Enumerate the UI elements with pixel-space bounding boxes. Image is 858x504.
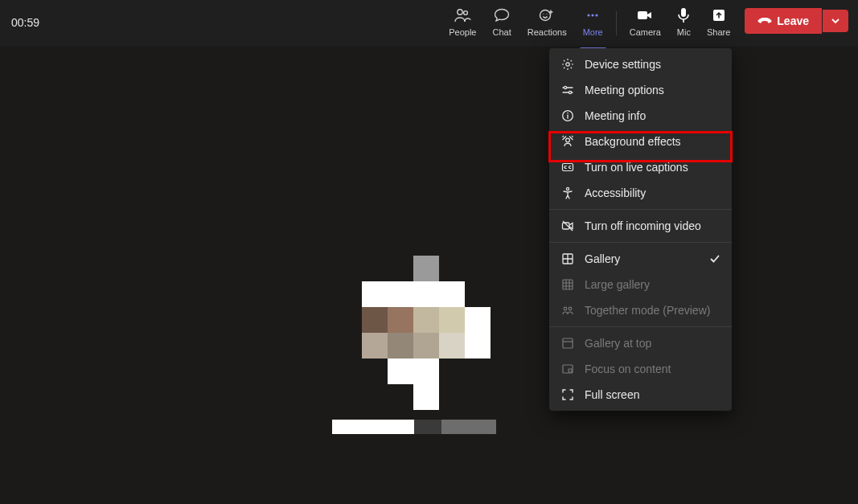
share-label: Share (707, 27, 730, 37)
chevron-down-icon (831, 16, 840, 26)
menu-label: Large gallery (585, 278, 650, 291)
check-icon (709, 253, 720, 264)
svg-rect-9 (681, 8, 686, 17)
svg-point-19 (566, 187, 569, 190)
svg-point-16 (567, 113, 569, 114)
menu-focus-on-content: Focus on content (549, 356, 732, 382)
svg-point-0 (458, 10, 462, 14)
svg-point-12 (566, 63, 569, 66)
share-icon (712, 6, 726, 24)
focus-content-icon (560, 363, 575, 375)
together-mode-icon (560, 304, 575, 317)
sliders-icon (560, 84, 575, 96)
svg-point-3 (544, 14, 544, 14)
gear-icon (560, 58, 575, 71)
people-button[interactable]: People (441, 0, 484, 48)
people-label: People (449, 27, 476, 37)
leave-group: Leave (745, 8, 848, 34)
svg-point-13 (564, 86, 566, 88)
more-button[interactable]: More (575, 0, 611, 48)
svg-point-1 (464, 11, 468, 15)
svg-rect-8 (638, 11, 647, 19)
participant-name-placeholder (332, 420, 496, 434)
menu-label: Gallery at top (585, 337, 651, 350)
gallery-top-icon (560, 337, 575, 350)
svg-point-4 (547, 14, 548, 14)
menu-meeting-info[interactable]: Meeting info (549, 103, 732, 129)
chat-label: Chat (492, 27, 511, 37)
menu-label: Full screen (585, 388, 639, 401)
svg-point-17 (566, 138, 570, 142)
leave-caret-button[interactable] (823, 10, 848, 32)
accessibility-icon (560, 186, 575, 199)
reactions-icon (539, 6, 555, 24)
fullscreen-icon (560, 388, 575, 401)
reactions-label: Reactions (528, 27, 567, 37)
menu-turn-off-incoming-video[interactable]: Turn off incoming video (549, 213, 732, 239)
background-effects-icon (560, 135, 575, 148)
menu-together-mode: Together mode (Preview) (549, 297, 732, 323)
menu-label: Background effects (585, 135, 681, 148)
menu-live-captions[interactable]: Turn on live captions (549, 154, 732, 180)
svg-rect-25 (563, 338, 573, 348)
menu-label: Focus on content (585, 363, 671, 375)
leave-label: Leave (777, 14, 809, 27)
people-icon (454, 6, 471, 24)
participant-avatar (362, 256, 491, 410)
toolbar-divider (616, 11, 617, 35)
svg-point-5 (588, 14, 590, 16)
menu-label: Turn on live captions (585, 161, 688, 174)
menu-large-gallery: Large gallery (549, 272, 732, 297)
hangup-icon (757, 16, 772, 26)
captions-icon (560, 161, 575, 174)
video-off-icon (560, 219, 575, 232)
menu-label: Accessibility (585, 186, 646, 199)
menu-accessibility[interactable]: Accessibility (549, 180, 732, 206)
svg-point-23 (564, 307, 567, 310)
menu-gallery[interactable]: Gallery (549, 246, 732, 272)
camera-icon (636, 6, 654, 24)
meeting-toolbar: 00:59 People Chat (0, 0, 858, 47)
info-icon (560, 109, 575, 122)
svg-point-2 (540, 10, 551, 21)
more-label: More (583, 27, 603, 37)
svg-point-14 (569, 91, 571, 93)
menu-label: Meeting info (585, 109, 646, 122)
menu-meeting-options[interactable]: Meeting options (549, 77, 732, 103)
svg-point-24 (569, 307, 572, 310)
svg-point-7 (596, 14, 598, 16)
menu-label: Gallery (585, 252, 620, 265)
svg-point-6 (592, 14, 594, 16)
menu-gallery-at-top: Gallery at top (549, 330, 732, 356)
mic-button[interactable]: Mic (669, 0, 699, 48)
more-icon (585, 6, 601, 24)
reactions-button[interactable]: Reactions (519, 0, 575, 48)
call-timer: 00:59 (11, 16, 39, 29)
toolbar-buttons: People Chat Reactions (441, 0, 848, 47)
chat-button[interactable]: Chat (484, 0, 519, 48)
leave-button[interactable]: Leave (745, 8, 822, 34)
mic-label: Mic (677, 27, 691, 37)
menu-label: Meeting options (585, 84, 664, 96)
menu-background-effects[interactable]: Background effects (549, 129, 732, 154)
chat-icon (494, 6, 510, 24)
camera-label: Camera (630, 27, 661, 37)
svg-rect-22 (563, 280, 573, 289)
menu-label: Device settings (585, 58, 661, 71)
more-menu: Device settings Meeting options Meeting … (549, 48, 732, 411)
menu-device-settings[interactable]: Device settings (549, 51, 732, 77)
svg-rect-10 (684, 19, 685, 23)
camera-button[interactable]: Camera (622, 0, 669, 48)
svg-rect-27 (569, 369, 572, 372)
menu-label: Turn off incoming video (585, 219, 701, 232)
mic-icon (677, 6, 690, 24)
gallery-icon (560, 252, 575, 265)
share-button[interactable]: Share (699, 0, 738, 48)
menu-full-screen[interactable]: Full screen (549, 382, 732, 408)
large-gallery-icon (560, 278, 575, 291)
menu-label: Together mode (Preview) (585, 304, 710, 317)
